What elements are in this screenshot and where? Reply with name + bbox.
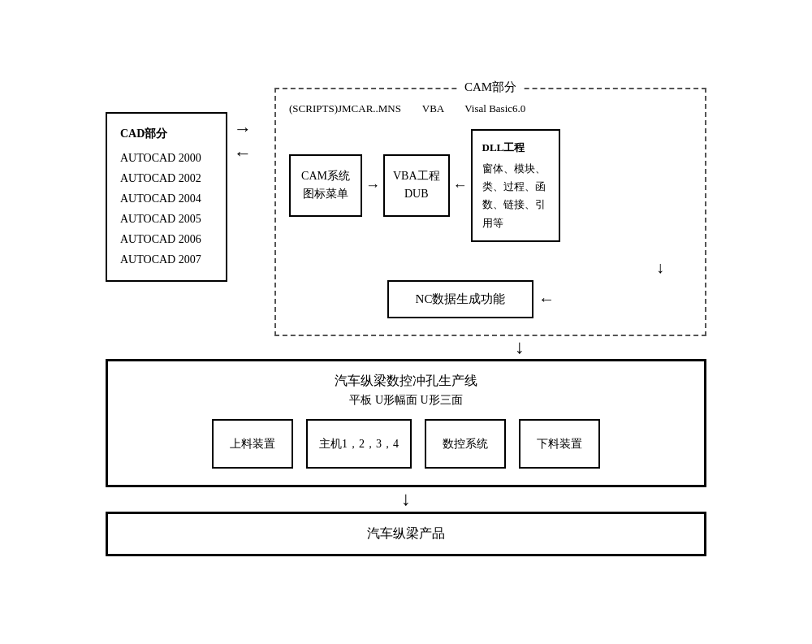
production-item-1: 主机1，2，3，4 <box>306 419 412 469</box>
production-subtitle: 平板 U形幅面 U形三面 <box>121 393 691 408</box>
cam-to-vba-arrow: → <box>362 177 383 194</box>
nc-label: NC数据生成功能 <box>416 292 506 305</box>
production-title: 汽车纵梁数控冲孔生产线 <box>121 373 691 390</box>
dll-box: DLL工程 窗体、模块、类、过程、函数、链接、引用等 <box>471 129 560 241</box>
arrow-down-product-icon: ↓ <box>401 488 411 510</box>
cad-label: CAD部分 <box>120 123 213 144</box>
production-item-3: 下料装置 <box>519 419 600 469</box>
cam-vba-label: VBA <box>422 102 444 115</box>
top-section: CAD部分 AUTOCAD 2000 AUTOCAD 2002 AUTOCAD … <box>106 88 706 335</box>
production-box: 汽车纵梁数控冲孔生产线 平板 U形幅面 U形三面 上料装置 主机1，2，3，4 … <box>106 359 706 487</box>
product-label: 汽车纵梁产品 <box>367 526 445 540</box>
diagram-container: CAD部分 AUTOCAD 2000 AUTOCAD 2002 AUTOCAD … <box>89 71 723 572</box>
cam-system-box: CAM系统 图标菜单 <box>289 154 362 217</box>
cad-item-2: AUTOCAD 2004 <box>120 188 213 209</box>
product-box: 汽车纵梁产品 <box>106 512 706 556</box>
dll-down-arrow-row: ↓ <box>289 258 692 277</box>
production-item-2: 数控系统 <box>425 419 506 469</box>
vba-line2: DUB <box>393 185 440 203</box>
cam-system-line2: 图标菜单 <box>299 185 352 203</box>
cam-inner-row: CAM系统 图标菜单 → VBA工程 DUB ← DLL工程 窗体、模块、类、过… <box>289 129 692 241</box>
cad-box: CAD部分 AUTOCAD 2000 AUTOCAD 2002 AUTOCAD … <box>106 112 227 281</box>
cad-item-1: AUTOCAD 2002 <box>120 168 213 188</box>
cam-visal-label: Visal Basic6.0 <box>464 102 525 115</box>
arrow-left-icon: ← <box>234 143 252 164</box>
cam-label: CAM部分 <box>460 80 521 95</box>
nc-box: NC数据生成功能 <box>387 280 533 318</box>
cam-scripts-label: (SCRIPTS)JMCAR..MNS <box>289 102 401 115</box>
nc-row: NC数据生成功能 ← <box>387 280 594 318</box>
cad-item-3: AUTOCAD 2005 <box>120 209 213 229</box>
dll-title: DLL工程 <box>482 139 549 157</box>
production-item-0: 上料装置 <box>212 419 293 469</box>
vba-box: VBA工程 DUB <box>383 154 450 217</box>
arrow-right-icon: → <box>234 119 252 140</box>
vba-line1: VBA工程 <box>393 167 440 185</box>
cam-subtitle-row: (SCRIPTS)JMCAR..MNS VBA Visal Basic6.0 <box>289 101 692 118</box>
cam-dashed-box: CAM部分 (SCRIPTS)JMCAR..MNS VBA Visal Basi… <box>274 88 706 335</box>
cad-item-5: AUTOCAD 2007 <box>120 249 213 270</box>
nc-right-arrow: ← <box>538 290 555 309</box>
nc-to-production-arrow: ↓ <box>106 336 706 359</box>
nc-section: ↓ NC数据生成功能 ← <box>289 258 692 318</box>
dll-content: 窗体、模块、类、过程、函数、链接、引用等 <box>482 160 549 231</box>
dll-to-vba-arrow: ← <box>450 177 471 194</box>
arrow-down-icon: ↓ <box>515 336 525 358</box>
production-items: 上料装置 主机1，2，3，4 数控系统 下料装置 <box>121 419 691 469</box>
cad-item-4: AUTOCAD 2006 <box>120 229 213 249</box>
cad-item-0: AUTOCAD 2000 <box>120 148 213 168</box>
cad-cam-arrow-connector: → ← <box>227 119 258 164</box>
cam-system-line1: CAM系统 <box>299 167 352 185</box>
dll-down-arrow-icon: ↓ <box>656 258 664 277</box>
production-to-product-arrow: ↓ <box>106 487 706 512</box>
